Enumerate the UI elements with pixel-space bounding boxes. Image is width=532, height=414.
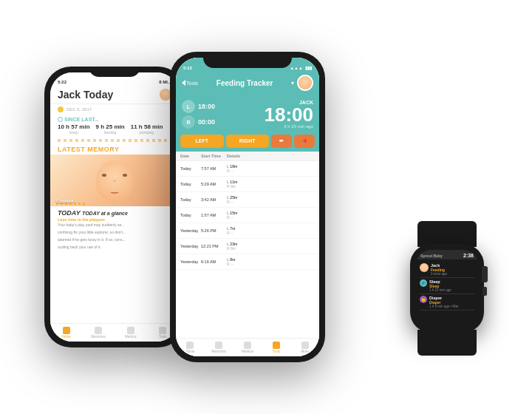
watch-side-button <box>482 287 487 296</box>
watch-item-info-diaper: Diaper Diaper 1 h 9 min ago • Wet <box>429 296 474 308</box>
since-last-data: 10 h 57 min sleep 9 h 25 min feeding 11 … <box>58 123 171 135</box>
left-time: 5:22 <box>58 80 66 84</box>
center-memories-icon <box>215 342 222 349</box>
phone-center: 5:22 ▲▲▲ ▮▮▮ Tools Feeding Tracker ▾ <box>170 52 325 362</box>
right-time: 00:00 <box>198 118 215 126</box>
dropdown-icon[interactable]: ▾ <box>291 80 294 86</box>
col-details-header: Details <box>227 154 315 158</box>
table-row: Today 7:57 AM L 18m R -- <box>176 161 319 177</box>
sleep-icon: 💤 <box>420 279 427 287</box>
watch-content: Jack Feeding 3 mins ago 💤 Sleep Sleep 1 <box>416 259 478 327</box>
left-date-row: DEC 6, 2017 <box>50 104 179 115</box>
latest-memory-label: LATEST MEMORY <box>50 144 179 155</box>
watch-item-sleep: 💤 Sleep Sleep 1 h 10 min ago <box>420 278 474 294</box>
today-text-3: alarmed if he gets fussy in it. If so, c… <box>58 237 171 242</box>
phone-center-notch <box>203 52 292 68</box>
watch-item-info-sleep: Sleep Sleep 1 h 10 min ago <box>429 279 474 292</box>
left-time: 18:00 <box>198 103 215 110</box>
right-circle: R <box>182 115 195 129</box>
sun-icon <box>58 106 64 112</box>
watch-item-diaper: 👶 Diaper Diaper 1 h 9 min ago • Wet <box>420 294 474 310</box>
center-nav-more[interactable]: More <box>290 342 319 353</box>
today-subtitle: Less time in the playpen <box>58 217 171 222</box>
left-feed-button[interactable]: LEFT <box>180 135 224 148</box>
center-more-icon <box>301 342 309 349</box>
today-section: TODAY TODAY at a glance Less time in the… <box>50 206 179 255</box>
center-tools-icon <box>273 342 280 349</box>
main-time-block: JACK 18:00 9 h 25 min ago <box>265 100 314 129</box>
table-row: Yesterday 6:16 AM L 8m R -- <box>176 254 319 270</box>
watch-item-jack: Jack Feeding 3 mins ago <box>420 262 474 278</box>
table-row: Today 3:42 AM L 25m R -- <box>176 192 319 208</box>
table-row: Yesterday 5:26 PM L 7m R -- <box>176 223 319 239</box>
center-time: 5:22 <box>183 66 192 70</box>
left-phone-title: Jack Today <box>58 89 113 101</box>
watch-status-bar: Sprout Baby 2:38 <box>416 250 478 259</box>
lr-buttons: L 18:00 R 00:00 <box>182 100 215 129</box>
left-header: Jack Today <box>50 86 179 104</box>
center-home-icon <box>186 342 194 349</box>
feeding-main: L 18:00 R 00:00 JACK 18:00 9 h 25 min ag… <box>176 95 319 135</box>
pencil-icon: ✏ <box>279 138 284 144</box>
center-nav-tools[interactable]: Tools <box>262 342 290 353</box>
memory-image: Crawled <box>50 155 179 206</box>
baby-face <box>96 160 133 201</box>
back-button[interactable]: Tools <box>182 80 198 86</box>
tools-icon <box>159 327 166 334</box>
watch-crown <box>482 266 488 282</box>
baby-thumbnail <box>297 75 313 91</box>
table-row: Yesterday 12:21 PM L 23m R 8m <box>176 239 319 254</box>
main-scene: 5:22 8 MI... Jack Today DEC 6, 2017 SINC… <box>0 0 532 414</box>
since-last-label: SINCE LAST... <box>58 117 171 122</box>
date-label: DEC 6, 2017 <box>66 107 92 112</box>
big-time-display: 18:00 <box>265 105 314 124</box>
since-last-section: SINCE LAST... 10 h 57 min sleep 9 h 25 m… <box>50 115 179 137</box>
memories-icon <box>95 327 102 334</box>
wifi-icon: ▲▲▲ <box>290 66 303 70</box>
left-bottom-nav: Home Memories Medical Tools <box>50 323 179 342</box>
today-text-2: confining for your little explorer, so d… <box>58 230 171 235</box>
table-row: Today 5:29 AM L 11m R 9m <box>176 177 319 192</box>
left-row: L 18:00 <box>182 100 215 113</box>
nav-home[interactable]: Home <box>50 327 83 339</box>
edit-button[interactable]: ✏ <box>271 135 292 148</box>
today-text-4: scaling back your use of it. <box>58 245 171 250</box>
table-header: Date Start Time Details <box>176 152 319 161</box>
phone-left-notch <box>89 67 140 77</box>
right-row: R 00:00 <box>182 115 215 129</box>
battery-icon: ▮▮▮ <box>305 65 312 70</box>
left-screen: 5:22 8 MI... Jack Today DEC 6, 2017 SINC… <box>50 72 179 342</box>
center-nav-home[interactable]: Home <box>176 342 205 353</box>
feed-table: Date Start Time Details Today 7:57 AM L … <box>176 152 319 270</box>
today-text-1: Your baby's play yard may suddenly se... <box>58 223 171 228</box>
watch-body: Sprout Baby 2:38 Jack Feeding 3 mins ago <box>410 244 484 333</box>
col-date-header: Date <box>180 154 201 158</box>
watch-avatar-jack <box>420 263 429 272</box>
medical-icon <box>127 327 134 334</box>
action-buttons: LEFT RIGHT ✏ 📌 <box>176 135 319 152</box>
phone-left: 5:22 8 MI... Jack Today DEC 6, 2017 SINC… <box>44 67 185 347</box>
pin-button[interactable]: 📌 <box>294 135 315 148</box>
right-feed-button[interactable]: RIGHT <box>226 135 270 148</box>
watch-item-info-jack: Jack Feeding 3 mins ago <box>431 263 474 276</box>
watch-screen: Sprout Baby 2:38 Jack Feeding 3 mins ago <box>416 250 478 327</box>
header-icons: ▾ <box>291 75 313 91</box>
home-icon <box>63 327 70 334</box>
center-nav-title: Feeding Tracker <box>216 79 273 87</box>
col-start-header: Start Time <box>201 154 227 158</box>
pin-icon: 📌 <box>301 138 308 144</box>
watch-band-bottom <box>417 330 477 356</box>
diaper-icon: 👶 <box>420 296 427 303</box>
since-sleep: 10 h 57 min sleep <box>58 123 90 135</box>
left-circle: L <box>182 100 195 113</box>
wavy-divider <box>58 139 171 142</box>
watch-time: 2:38 <box>463 253 474 258</box>
today-title: TODAY TODAY at a glance <box>58 209 171 217</box>
since-pumping: 11 h 58 min pumping <box>131 123 163 135</box>
center-nav-medical[interactable]: Medical <box>233 342 262 353</box>
watch-app-name: Sprout Baby <box>420 254 443 258</box>
center-bottom-nav: Home Memories Medical Tools <box>176 338 319 356</box>
center-nav-memories[interactable]: Memories <box>205 342 233 353</box>
nav-medical[interactable]: Medical <box>115 327 147 339</box>
nav-memories[interactable]: Memories <box>83 327 115 339</box>
